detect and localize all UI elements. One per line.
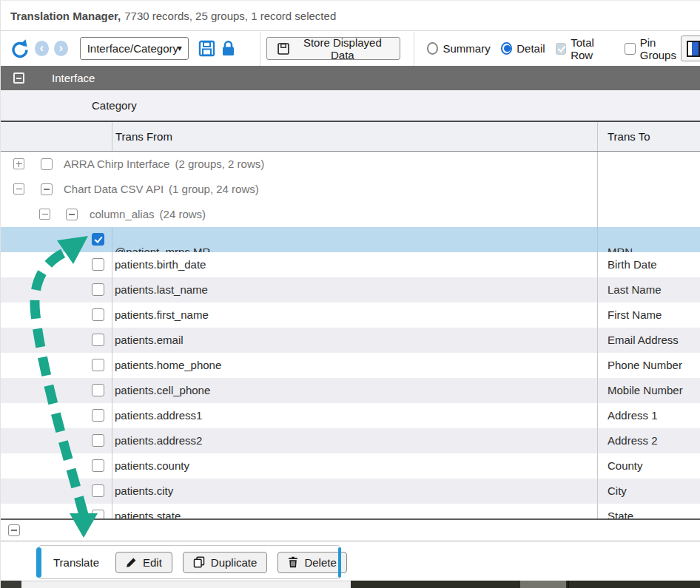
duplicate-button-label: Duplicate bbox=[211, 556, 258, 569]
trans-from-cell: patients.county bbox=[115, 453, 189, 479]
column-divider bbox=[112, 252, 112, 277]
column-divider bbox=[597, 177, 598, 202]
collapse-icon[interactable] bbox=[13, 183, 24, 195]
row-checkbox[interactable] bbox=[92, 459, 104, 472]
table-row[interactable]: patients.last_name Last Name bbox=[1, 277, 700, 303]
translation-manager-window: Translation Manager, 7730 records, 25 gr… bbox=[0, 0, 700, 588]
summary-radio-label: Summary bbox=[442, 42, 490, 55]
interface-group-label: Interface bbox=[52, 72, 95, 84]
column-divider bbox=[597, 403, 598, 428]
row-checkbox[interactable] bbox=[92, 409, 104, 422]
row-checkbox[interactable] bbox=[92, 484, 104, 497]
row-checkbox[interactable] bbox=[92, 359, 104, 371]
collapse-icon[interactable] bbox=[39, 209, 50, 220]
forward-icon[interactable]: › bbox=[54, 41, 68, 56]
columns-icon bbox=[687, 41, 700, 57]
duplicate-icon bbox=[193, 556, 205, 568]
view-mode-value: Interface/Category bbox=[87, 42, 178, 55]
column-divider bbox=[112, 504, 112, 518]
panel-accent-right bbox=[338, 547, 341, 578]
translate-panel: Translate Edit Duplicate bbox=[38, 545, 341, 579]
chevron-down-icon: ▾ bbox=[178, 43, 182, 53]
footer-collapse-row bbox=[1, 520, 700, 541]
total-row-label: Total Row bbox=[571, 36, 614, 61]
trans-from-cell: patients.email bbox=[115, 328, 184, 353]
lock-icon[interactable] bbox=[221, 40, 235, 57]
row-checkbox[interactable] bbox=[92, 308, 104, 321]
table-row[interactable]: patients.city City bbox=[1, 479, 700, 504]
row-checkbox[interactable] bbox=[92, 384, 104, 396]
table-row[interactable]: patients.birth_date Birth Date bbox=[1, 252, 700, 277]
trans-to-cell: Email Address bbox=[608, 328, 679, 353]
table-row[interactable]: patients.county County bbox=[1, 453, 700, 479]
save-icon[interactable] bbox=[198, 40, 215, 57]
trans-to-cell: Phone Number bbox=[608, 353, 682, 378]
view-mode-select[interactable]: Interface/Category ▾ bbox=[80, 37, 189, 60]
total-row-checkbox[interactable] bbox=[556, 43, 567, 55]
table-row[interactable]: patients.state State bbox=[1, 504, 700, 518]
edit-button[interactable]: Edit bbox=[115, 552, 172, 573]
pencil-icon bbox=[126, 557, 137, 568]
group-row-column-alias[interactable]: column_alias(24 rows) bbox=[1, 202, 700, 227]
toolbar: ‹ › Interface/Category ▾ Store Di bbox=[1, 31, 700, 66]
column-divider bbox=[597, 453, 598, 479]
table-row[interactable]: patients.address2 Address 2 bbox=[1, 428, 700, 453]
edit-button-label: Edit bbox=[143, 556, 162, 569]
undo-icon[interactable] bbox=[10, 38, 30, 58]
column-divider bbox=[112, 122, 112, 151]
trans-from-header[interactable]: Trans From bbox=[115, 122, 172, 151]
group-checkbox[interactable] bbox=[41, 158, 53, 170]
table-row[interactable]: patients.cell_phone Mobile Number bbox=[1, 378, 700, 403]
back-icon[interactable]: ‹ bbox=[35, 41, 49, 56]
pin-groups-checkbox[interactable] bbox=[625, 43, 636, 55]
row-checkbox[interactable] bbox=[92, 258, 104, 271]
table-row[interactable]: patients.address1 Address 1 bbox=[1, 403, 700, 428]
column-divider bbox=[112, 303, 112, 328]
group-row-arra[interactable]: ARRA Chirp Interface(2 groups, 2 rows) bbox=[1, 152, 700, 177]
page-title: Translation Manager, bbox=[10, 10, 121, 22]
table-row[interactable]: @patient_mrns.MR MRN bbox=[1, 227, 700, 252]
table-row[interactable]: patients.email Email Address bbox=[1, 328, 700, 353]
summary-radio[interactable] bbox=[427, 42, 439, 55]
trans-to-cell: Address 2 bbox=[608, 428, 658, 453]
duplicate-button[interactable]: Duplicate bbox=[183, 552, 268, 573]
group-count: (2 groups, 2 rows) bbox=[175, 158, 264, 170]
group-label: column_alias bbox=[90, 208, 155, 220]
column-divider bbox=[597, 479, 598, 504]
column-divider bbox=[112, 479, 112, 504]
column-layout-button[interactable] bbox=[681, 36, 700, 61]
footer-collapse-icon[interactable] bbox=[8, 524, 20, 536]
trans-to-cell: Last Name bbox=[608, 277, 662, 303]
table-body: ARRA Chirp Interface(2 groups, 2 rows) C… bbox=[1, 152, 700, 518]
table-row[interactable]: patients.first_name First Name bbox=[1, 303, 700, 328]
trans-to-header[interactable]: Trans To bbox=[608, 122, 650, 151]
row-checkbox[interactable] bbox=[92, 283, 104, 296]
expand-icon[interactable] bbox=[13, 158, 24, 169]
trans-from-cell: patients.address1 bbox=[115, 403, 202, 428]
group-row-chart-data[interactable]: Chart Data CSV API(1 group, 24 rows) bbox=[1, 177, 700, 202]
column-divider bbox=[112, 227, 112, 252]
row-checkbox[interactable] bbox=[92, 510, 104, 518]
trans-from-cell: patients.birth_date bbox=[115, 252, 206, 277]
toolbar-separator bbox=[414, 32, 414, 66]
column-divider bbox=[597, 378, 598, 403]
interface-collapse-icon[interactable] bbox=[13, 72, 24, 84]
group-checkbox[interactable] bbox=[41, 183, 53, 195]
row-checkbox[interactable] bbox=[92, 233, 104, 246]
action-panel-area: Translate Edit Duplicate bbox=[1, 541, 700, 582]
store-displayed-data-button[interactable]: Store Displayed Data bbox=[266, 37, 400, 60]
taskbar-strip bbox=[1, 581, 700, 588]
group-count: (1 group, 24 rows) bbox=[169, 183, 259, 195]
trans-from-cell: patients.home_phone bbox=[115, 353, 221, 378]
row-checkbox[interactable] bbox=[92, 334, 104, 346]
group-checkbox[interactable] bbox=[66, 209, 78, 220]
detail-radio[interactable] bbox=[501, 42, 513, 55]
table-row[interactable]: patients.home_phone Phone Number bbox=[1, 353, 700, 378]
column-divider bbox=[112, 328, 112, 353]
detail-radio-label: Detail bbox=[516, 42, 545, 55]
delete-button[interactable]: Delete bbox=[277, 552, 346, 573]
row-checkbox[interactable] bbox=[92, 434, 104, 447]
column-divider bbox=[597, 353, 598, 378]
group-label: ARRA Chirp Interface bbox=[64, 158, 169, 170]
column-divider bbox=[112, 403, 112, 428]
